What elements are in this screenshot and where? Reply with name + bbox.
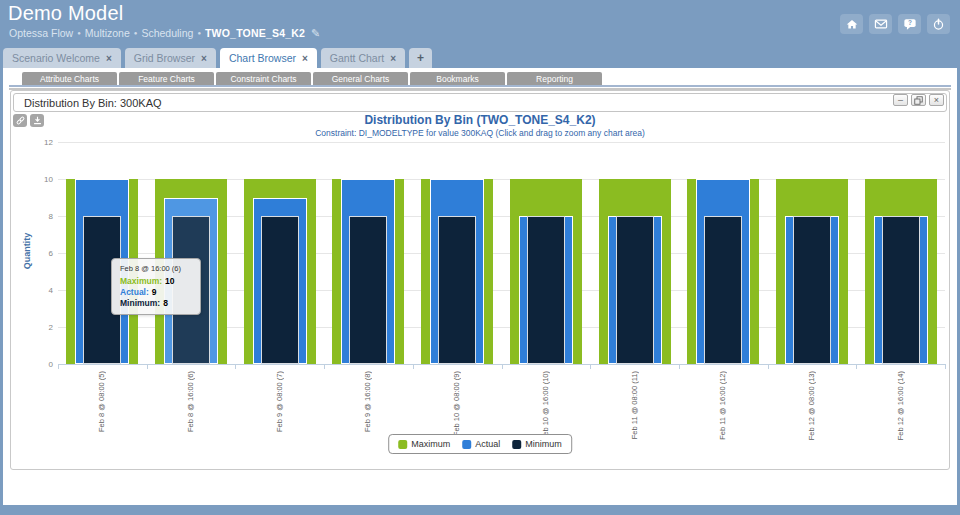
y-tick-label: 2 (31, 323, 53, 332)
x-tick-mark (324, 364, 325, 369)
y-tick-label: 4 (31, 286, 53, 295)
close-button[interactable]: × (929, 94, 944, 106)
legend-label: Maximum (411, 439, 450, 449)
tooltip-label: Minimum: (120, 298, 160, 308)
y-tick-label: 6 (31, 249, 53, 258)
chart-legend: MaximumActualMinimum (388, 434, 572, 454)
chart-title: Distribution By Bin (TWO_TONE_S4_K2) (11, 113, 949, 127)
bar-minimum[interactable] (793, 216, 831, 364)
tooltip-row: Actual:9 (120, 287, 192, 297)
legend-swatch (512, 440, 521, 449)
help-button[interactable]: ? (898, 14, 921, 34)
legend-label: Minimum (525, 439, 562, 449)
breadcrumb-item[interactable]: Scheduling (141, 27, 193, 39)
tab-chart-browser[interactable]: Chart Browser× (220, 48, 317, 68)
legend-item-minimum[interactable]: Minimum (512, 439, 562, 449)
subtab-underline (9, 85, 951, 87)
close-icon[interactable]: × (201, 53, 207, 64)
bar-minimum[interactable] (261, 216, 299, 364)
x-tick-mark (147, 364, 148, 369)
restore-button[interactable] (911, 94, 926, 106)
tooltip-value: 8 (163, 298, 168, 308)
x-axis-label: Feb 10 @ 16:00 (10) (541, 371, 551, 440)
home-icon (845, 18, 859, 31)
chart-subtitle: Constraint: DI_MODELTYPE for value 300KA… (11, 128, 949, 138)
breadcrumb-separator: ● (77, 30, 81, 36)
power-button[interactable] (927, 14, 950, 34)
bar-minimum[interactable] (438, 216, 476, 364)
bar-minimum[interactable] (616, 216, 654, 364)
chart-panel-title: Distribution By Bin: 300KAQ (24, 97, 162, 109)
breadcrumb-item[interactable]: Optessa Flow (9, 27, 73, 39)
x-axis-label: Feb 9 @ 16:00 (8) (363, 371, 373, 432)
tab-label: Grid Browser (134, 52, 195, 64)
x-axis-label: Feb 8 @ 08:00 (5) (97, 371, 107, 432)
close-icon[interactable]: × (390, 53, 396, 64)
x-axis-label: Feb 9 @ 08:00 (7) (275, 371, 285, 432)
subtab-bookmarks[interactable]: Bookmarks (410, 72, 505, 85)
subtab-reporting[interactable]: Reporting (507, 72, 602, 85)
tooltip-label: Maximum: (120, 276, 162, 286)
close-icon[interactable]: × (302, 53, 308, 64)
tab-scenario-welcome[interactable]: Scenario Welcome× (3, 48, 121, 68)
breadcrumb-separator: ● (197, 30, 201, 36)
x-tick-mark (235, 364, 236, 369)
close-icon[interactable]: × (106, 53, 112, 64)
gridline-y-12 (58, 142, 945, 143)
tooltip-row: Minimum:8 (120, 298, 192, 308)
mail-icon (874, 18, 888, 30)
x-axis-label: Feb 12 @ 16:00 (14) (896, 371, 906, 440)
legend-item-maximum[interactable]: Maximum (398, 439, 450, 449)
legend-item-actual[interactable]: Actual (462, 439, 500, 449)
subtab-feature-charts[interactable]: Feature Charts (119, 72, 214, 85)
y-tick-label: 10 (31, 175, 53, 184)
x-axis-label: Feb 8 @ 16:00 (6) (186, 371, 196, 432)
tab-gantt-chart[interactable]: Gantt Chart× (321, 48, 405, 68)
x-tick-mark (768, 364, 769, 369)
chart-panel: Distribution By Bin: 300KAQ –× Distribut… (10, 90, 950, 470)
svg-text:?: ? (908, 19, 912, 26)
mail-button[interactable] (869, 14, 892, 34)
power-icon (932, 18, 945, 31)
help-icon: ? (903, 18, 917, 31)
edit-icon[interactable]: ✎ (311, 27, 320, 39)
tab-grid-browser[interactable]: Grid Browser× (125, 48, 216, 68)
subtab-attribute-charts[interactable]: Attribute Charts (22, 72, 117, 85)
bar-minimum[interactable] (527, 216, 565, 364)
minimize-button[interactable]: – (893, 94, 908, 106)
x-axis-label: Feb 11 @ 16:00 (12) (718, 371, 728, 440)
home-button[interactable] (840, 14, 863, 34)
y-tick-label: 12 (31, 138, 53, 147)
legend-swatch (462, 440, 471, 449)
page-title: Demo Model (8, 2, 123, 25)
chart-panel-header[interactable]: Distribution By Bin: 300KAQ (13, 93, 947, 112)
y-tick-label: 0 (31, 360, 53, 369)
legend-swatch (398, 440, 407, 449)
legend-label: Actual (475, 439, 500, 449)
bar-minimum[interactable] (704, 216, 742, 364)
app-window: Demo Model Optessa Flow●Multizone●Schedu… (0, 0, 960, 515)
tooltip-row: Maximum:10 (120, 276, 192, 286)
subtab-general-charts[interactable]: General Charts (313, 72, 408, 85)
bar-minimum[interactable] (349, 216, 387, 364)
x-tick-mark (58, 364, 59, 369)
tooltip-value: 10 (165, 276, 174, 286)
panel-window-buttons: –× (893, 94, 944, 106)
x-tick-mark (856, 364, 857, 369)
subtab-constraint-charts[interactable]: Constraint Charts (216, 72, 311, 85)
breadcrumb-item[interactable]: Multizone (85, 27, 130, 39)
breadcrumb-current: TWO_TONE_S4_K2 (205, 27, 305, 39)
x-axis-label: Feb 10 @ 08:00 (9) (452, 371, 462, 436)
tooltip-value: 9 (152, 287, 157, 297)
x-axis-label: Feb 11 @ 08:00 (11) (630, 371, 640, 439)
tab-label: Scenario Welcome (12, 52, 100, 64)
add-tab-button[interactable]: + (409, 48, 432, 68)
tab-label: Chart Browser (229, 52, 296, 64)
tooltip-title: Feb 8 @ 16:00 (6) (120, 264, 192, 273)
x-axis-label: Feb 12 @ 08:00 (13) (807, 371, 817, 440)
main-tab-bar: Scenario Welcome×Grid Browser×Chart Brow… (3, 48, 432, 68)
breadcrumb: Optessa Flow●Multizone●Scheduling●TWO_TO… (9, 27, 320, 40)
bar-minimum[interactable] (882, 216, 920, 364)
x-tick-mark (679, 364, 680, 369)
breadcrumb-separator: ● (134, 30, 138, 36)
